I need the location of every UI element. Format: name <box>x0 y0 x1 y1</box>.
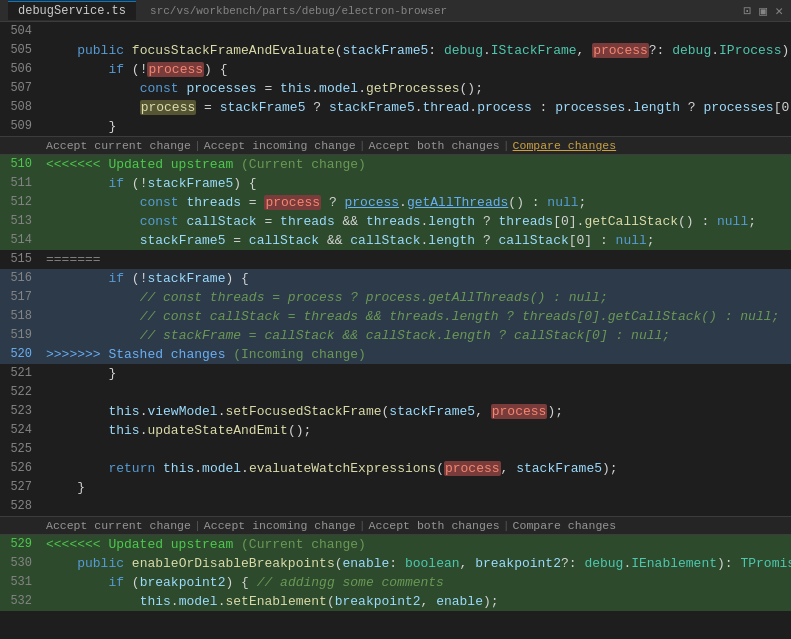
editor: 504 505 public focusStackFrameAndEvaluat… <box>0 22 791 639</box>
conflict-action-bar-1: Accept current change | Accept incoming … <box>0 136 791 155</box>
line-content: >>>>>>> Stashed changes (Incoming change… <box>42 345 791 364</box>
table-row: 532 this.model.setEnablement(breakpoint2… <box>0 592 791 611</box>
accept-incoming-link-2[interactable]: Accept incoming change <box>204 519 356 532</box>
table-row: 517 // const threads = process ? process… <box>0 288 791 307</box>
compare-link-1[interactable]: Compare changes <box>513 139 617 152</box>
line-number: 523 <box>0 402 42 421</box>
table-row: 519 // stackFrame = callStack && callSta… <box>0 326 791 345</box>
file-tab[interactable]: debugService.ts <box>8 1 136 20</box>
line-number: 518 <box>0 307 42 326</box>
line-content: } <box>42 364 791 383</box>
sep: | <box>503 139 510 152</box>
table-row: 524 this.updateStateAndEmit(); <box>0 421 791 440</box>
line-number: 520 <box>0 345 42 364</box>
sep: | <box>194 139 201 152</box>
table-row: 514 stackFrame5 = callStack && callStack… <box>0 231 791 250</box>
file-path: src/vs/workbench/parts/debug/electron-br… <box>150 5 447 17</box>
conflict-separator: 515 ======= <box>0 250 791 269</box>
line-number: 528 <box>0 497 42 516</box>
table-row: 516 if (!stackFrame) { <box>0 269 791 288</box>
line-content <box>42 383 791 402</box>
table-row: 521 } <box>0 364 791 383</box>
line-content: ======= <box>42 250 791 269</box>
table-row: 505 public focusStackFrameAndEvaluate(st… <box>0 41 791 60</box>
line-number: 510 <box>0 155 42 174</box>
line-number: 531 <box>0 573 42 592</box>
conflict-header-incoming-1: 520 >>>>>>> Stashed changes (Incoming ch… <box>0 345 791 364</box>
conflict-header-current-2: 529 <<<<<<< Updated upstream (Current ch… <box>0 535 791 554</box>
line-content: if (!stackFrame5) { <box>42 174 791 193</box>
line-content: } <box>42 117 791 136</box>
line-number: 526 <box>0 459 42 478</box>
table-row: 509 } <box>0 117 791 136</box>
split-icon[interactable]: ⊡ <box>744 3 752 19</box>
layout-icon[interactable]: ▣ <box>759 3 767 19</box>
line-number: 529 <box>0 535 42 554</box>
line-number: 530 <box>0 554 42 573</box>
line-content: // const threads = process ? process.get… <box>42 288 791 307</box>
line-content <box>42 440 791 459</box>
accept-both-link-2[interactable]: Accept both changes <box>369 519 500 532</box>
line-number: 513 <box>0 212 42 231</box>
title-icons: ⊡ ▣ ✕ <box>744 3 783 19</box>
line-number: 527 <box>0 478 42 497</box>
line-content <box>42 497 791 516</box>
sep: | <box>359 519 366 532</box>
line-number: 511 <box>0 174 42 193</box>
title-bar-left: debugService.ts src/vs/workbench/parts/d… <box>8 1 447 20</box>
title-bar: debugService.ts src/vs/workbench/parts/d… <box>0 0 791 22</box>
conflict-action-bar-2: Accept current change | Accept incoming … <box>0 516 791 535</box>
table-row: 508 process = stackFrame5 ? stackFrame5.… <box>0 98 791 117</box>
line-content: this.updateStateAndEmit(); <box>42 421 791 440</box>
line-number: 507 <box>0 79 42 98</box>
line-content: const threads = process ? process.getAll… <box>42 193 791 212</box>
line-number: 516 <box>0 269 42 288</box>
line-content: this.viewModel.setFocusedStackFrame(stac… <box>42 402 791 421</box>
line-number: 506 <box>0 60 42 79</box>
line-content: this.model.setEnablement(breakpoint2, en… <box>42 592 791 611</box>
accept-current-link-2[interactable]: Accept current change <box>46 519 191 532</box>
line-number: 509 <box>0 117 42 136</box>
line-content: return this.model.evaluateWatchExpressio… <box>42 459 791 478</box>
table-row: 530 public enableOrDisableBreakpoints(en… <box>0 554 791 573</box>
line-number: 521 <box>0 364 42 383</box>
table-row: 518 // const callStack = threads && thre… <box>0 307 791 326</box>
accept-incoming-link-1[interactable]: Accept incoming change <box>204 139 356 152</box>
table-row: 511 if (!stackFrame5) { <box>0 174 791 193</box>
table-row: 525 <box>0 440 791 459</box>
line-number: 525 <box>0 440 42 459</box>
line-content: // stackFrame = callStack && callStack.l… <box>42 326 791 345</box>
line-number: 512 <box>0 193 42 212</box>
close-icon[interactable]: ✕ <box>775 3 783 19</box>
line-content: process = stackFrame5 ? stackFrame5.thre… <box>42 98 791 117</box>
table-row: 507 const processes = this.model.getProc… <box>0 79 791 98</box>
table-row: 527 } <box>0 478 791 497</box>
line-number: 504 <box>0 22 42 41</box>
accept-current-link-1[interactable]: Accept current change <box>46 139 191 152</box>
sep: | <box>359 139 366 152</box>
line-content: stackFrame5 = callStack && callStack.len… <box>42 231 791 250</box>
line-content <box>42 22 791 41</box>
line-number: 515 <box>0 250 42 269</box>
line-content: public enableOrDisableBreakpoints(enable… <box>42 554 791 573</box>
line-number: 522 <box>0 383 42 402</box>
line-content: public focusStackFrameAndEvaluate(stackF… <box>42 41 791 60</box>
line-number: 524 <box>0 421 42 440</box>
compare-link-2[interactable]: Compare changes <box>513 519 617 532</box>
line-content: <<<<<<< Updated upstream (Current change… <box>42 155 791 174</box>
line-number: 508 <box>0 98 42 117</box>
line-content: } <box>42 478 791 497</box>
line-content: if (!stackFrame) { <box>42 269 791 288</box>
line-number: 532 <box>0 592 42 611</box>
line-number: 519 <box>0 326 42 345</box>
line-content: if (breakpoint2) { // addingg some comme… <box>42 573 791 592</box>
accept-both-link-1[interactable]: Accept both changes <box>369 139 500 152</box>
line-content: if (!process) { <box>42 60 791 79</box>
line-content: const callStack = threads && threads.len… <box>42 212 791 231</box>
table-row: 512 const threads = process ? process.ge… <box>0 193 791 212</box>
line-number: 505 <box>0 41 42 60</box>
sep: | <box>503 519 510 532</box>
table-row: 523 this.viewModel.setFocusedStackFrame(… <box>0 402 791 421</box>
line-number: 514 <box>0 231 42 250</box>
table-row: 526 return this.model.evaluateWatchExpre… <box>0 459 791 478</box>
